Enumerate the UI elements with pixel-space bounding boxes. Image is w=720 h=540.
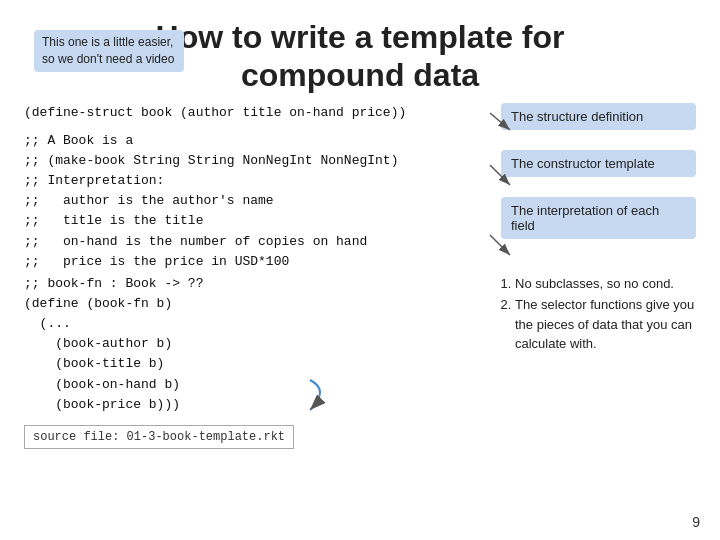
interpretation-annotation: The interpretation of each field: [501, 197, 696, 239]
subtitle-note: This one is a little easier, so we don't…: [34, 30, 184, 72]
template-line-0: ;; book-fn : Book -> ??: [24, 274, 491, 294]
page-number: 9: [692, 514, 700, 530]
struct-def-annotation: The structure definition: [501, 103, 696, 130]
template-line-2: (...: [24, 314, 491, 334]
note-item-1: The selector functions give you the piec…: [515, 295, 696, 354]
bottom-section: ;; book-fn : Book -> ?? (define (book-fn…: [24, 274, 696, 450]
comment-line-4: ;; title is the title: [24, 211, 501, 231]
comment-line-3: ;; author is the author's name: [24, 191, 501, 211]
comment-line-2: ;; Interpretation:: [24, 171, 501, 191]
annotations: The structure definition The constructor…: [501, 103, 696, 272]
template-notes-list: No subclasses, so no cond. The selector …: [501, 274, 696, 354]
comment-line-6: ;; price is the price in USD*100: [24, 252, 501, 272]
note-item-0: No subclasses, so no cond.: [515, 274, 696, 294]
struct-def-line: (define-struct book (author title on-han…: [24, 103, 501, 123]
template-line-6: (book-price b))): [24, 395, 491, 415]
comment-line-5: ;; on-hand is the number of copies on ha…: [24, 232, 501, 252]
template-line-5: (book-on-hand b): [24, 375, 491, 395]
constructor-annotation: The constructor template: [501, 150, 696, 177]
page: This one is a little easier, so we don't…: [0, 0, 720, 540]
top-row: (define-struct book (author title on-han…: [24, 103, 696, 272]
template-notes: No subclasses, so no cond. The selector …: [501, 274, 696, 450]
comment-line-0: ;; A Book is a: [24, 131, 501, 151]
template-line-3: (book-author b): [24, 334, 491, 354]
template-line-1: (define (book-fn b): [24, 294, 491, 314]
source-file: source file: 01-3-book-template.rkt: [24, 425, 294, 450]
title-area: This one is a little easier, so we don't…: [24, 18, 696, 95]
code-block-top: (define-struct book (author title on-han…: [24, 103, 501, 272]
template-code: ;; book-fn : Book -> ?? (define (book-fn…: [24, 274, 491, 450]
comment-line-1: ;; (make-book String String NonNegInt No…: [24, 151, 501, 171]
template-line-4: (book-title b): [24, 354, 491, 374]
